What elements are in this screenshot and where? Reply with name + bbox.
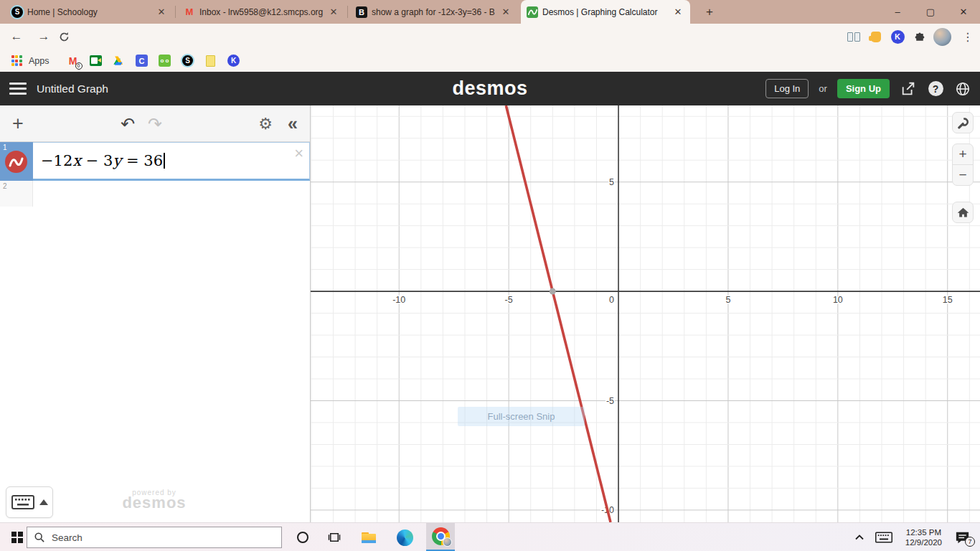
edge-icon	[397, 529, 413, 546]
graph-settings-wrench-button[interactable]	[952, 112, 974, 133]
split-tabs-extension-icon[interactable]	[844, 27, 863, 46]
tab-separator	[175, 6, 176, 18]
expression-1-input[interactable]: −12x − 3y = 36 ×	[33, 142, 310, 181]
line-style-icon[interactable]	[5, 151, 27, 173]
task-view-icon	[328, 532, 341, 543]
file-explorer-button[interactable]	[353, 523, 385, 551]
schoology-favicon: S	[11, 6, 23, 18]
hidden-icons-chevron[interactable]	[855, 534, 864, 540]
chrome-menu-icon[interactable]: ⋮	[958, 27, 977, 46]
undo-button[interactable]: ↶	[116, 105, 139, 142]
help-icon[interactable]: ?	[927, 80, 944, 98]
minimize-button[interactable]: –	[881, 0, 914, 23]
taskbar-search-input[interactable]: Search	[27, 527, 282, 548]
tab-bing-search[interactable]: B show a graph for -12x-3y=36 - B ✕	[350, 0, 518, 24]
task-view-button[interactable]	[319, 523, 350, 551]
action-center-button[interactable]: 7	[955, 531, 970, 545]
globe-language-icon[interactable]	[954, 80, 971, 98]
touch-keyboard-icon[interactable]	[875, 532, 892, 543]
share-icon[interactable]	[900, 80, 917, 98]
show-keyboard-button[interactable]	[6, 486, 53, 518]
svg-text:5: 5	[609, 177, 614, 187]
expression-row-1[interactable]: 1 −12x − 3y = 36 ×	[0, 142, 310, 181]
tab-gmail[interactable]: M Inbox - lrw5958@k12.smcps.org ✕	[178, 0, 346, 24]
desmos-header: Untitled Graph desmos Log In or Sign Up …	[0, 72, 980, 105]
new-tab-button[interactable]: +	[700, 4, 719, 21]
sign-up-button[interactable]: Sign Up	[837, 79, 890, 98]
cortana-icon	[297, 532, 308, 543]
zoom-in-button[interactable]: +	[953, 144, 973, 164]
text-cursor	[164, 153, 165, 169]
close-window-button[interactable]: ✕	[947, 0, 980, 23]
tab-separator	[347, 6, 348, 18]
desmos-watermark[interactable]: powered by desmos	[93, 489, 215, 509]
wrench-icon	[957, 117, 969, 129]
delete-expression-icon[interactable]: ×	[294, 144, 303, 163]
clever-bookmark-icon[interactable]: C	[136, 55, 149, 67]
extensions-puzzle-icon[interactable]	[911, 27, 930, 46]
close-tab-icon[interactable]: ✕	[672, 6, 684, 17]
hand-extension-icon[interactable]	[867, 27, 885, 46]
expression-1-gutter[interactable]: 1	[0, 142, 33, 181]
chrome-profile-badge	[443, 537, 452, 547]
gmail-favicon: M	[184, 6, 195, 18]
tab-title: Home | Schoology	[27, 7, 151, 17]
drive-bookmark-icon[interactable]	[113, 55, 126, 67]
close-tab-icon[interactable]: ✕	[499, 6, 512, 17]
tab-title: show a graph for -12x-3y=36 - B	[372, 7, 495, 17]
svg-text:-10: -10	[392, 295, 405, 305]
expression-row-2[interactable]: 2	[0, 181, 33, 207]
log-in-button[interactable]: Log In	[765, 79, 809, 98]
gmail-bookmark-icon[interactable]: M 0	[67, 55, 80, 67]
chrome-icon	[432, 527, 450, 545]
expression-toolbar: + ↶ ↷ ⚙ «	[0, 105, 310, 142]
collapse-panel-button[interactable]: «	[281, 105, 304, 142]
close-tab-icon[interactable]: ✕	[155, 6, 168, 17]
expression-index: 1	[3, 143, 7, 151]
time: 12:35 PM	[905, 527, 942, 537]
profile-avatar[interactable]	[933, 27, 951, 46]
schoology-bookmark-icon[interactable]: S	[182, 55, 194, 67]
svg-text:0: 0	[609, 295, 614, 305]
main-menu-icon[interactable]	[9, 83, 27, 95]
graph-canvas[interactable]: -10-5510155-5-100	[311, 105, 980, 522]
search-icon	[34, 532, 44, 542]
apps-grid-icon[interactable]	[10, 55, 23, 67]
apps-label[interactable]: Apps	[29, 56, 50, 66]
tab-schoology[interactable]: S Home | Schoology ✕	[6, 0, 174, 24]
svg-text:10: 10	[833, 295, 843, 305]
edge-button[interactable]	[389, 523, 420, 551]
bookmarks-bar: Apps M 0 C o o S K	[0, 50, 980, 72]
close-tab-icon[interactable]: ✕	[327, 6, 340, 17]
taskbar-clock[interactable]: 12:35 PM 12/9/2020	[905, 527, 942, 547]
default-viewport-home-button[interactable]	[952, 202, 974, 223]
graph-title[interactable]: Untitled Graph	[37, 83, 108, 95]
redo-button[interactable]: ↷	[143, 105, 166, 142]
svg-text:-5: -5	[505, 295, 513, 305]
graph-settings-gear-icon[interactable]: ⚙	[254, 105, 277, 142]
notes-bookmark-icon[interactable]	[204, 55, 217, 67]
graph-paper[interactable]: -10-5510155-5-100 Full-screen Snip + −	[311, 105, 980, 522]
home-icon	[957, 207, 969, 218]
tab-desmos-active[interactable]: Desmos | Graphing Calculator ✕	[521, 0, 690, 24]
cortana-button[interactable]	[287, 523, 319, 551]
back-button[interactable]: ←	[7, 27, 26, 46]
forward-button[interactable]: →	[34, 27, 53, 46]
chrome-button-active[interactable]	[426, 523, 455, 551]
kami-bookmark-icon[interactable]: K	[227, 55, 240, 67]
fullscreen-snip-overlay: Full-screen Snip	[458, 407, 585, 426]
notification-count-badge: 7	[965, 537, 975, 547]
kami-extension-icon[interactable]: K	[888, 27, 907, 46]
tab-title: Desmos | Graphing Calculator	[542, 7, 667, 17]
prodigy-bookmark-icon[interactable]: o o	[159, 55, 171, 67]
svg-text:15: 15	[943, 295, 953, 305]
zoom-out-button[interactable]: −	[953, 165, 973, 185]
file-explorer-icon	[362, 532, 376, 543]
maximize-button[interactable]: ▢	[914, 0, 947, 23]
meet-bookmark-icon[interactable]	[90, 55, 103, 67]
reload-button[interactable]	[55, 27, 73, 46]
svg-text:5: 5	[725, 295, 730, 305]
keyboard-expand-icon	[39, 499, 48, 505]
zoom-controls: + −	[952, 143, 974, 186]
add-expression-button[interactable]: +	[7, 105, 29, 142]
